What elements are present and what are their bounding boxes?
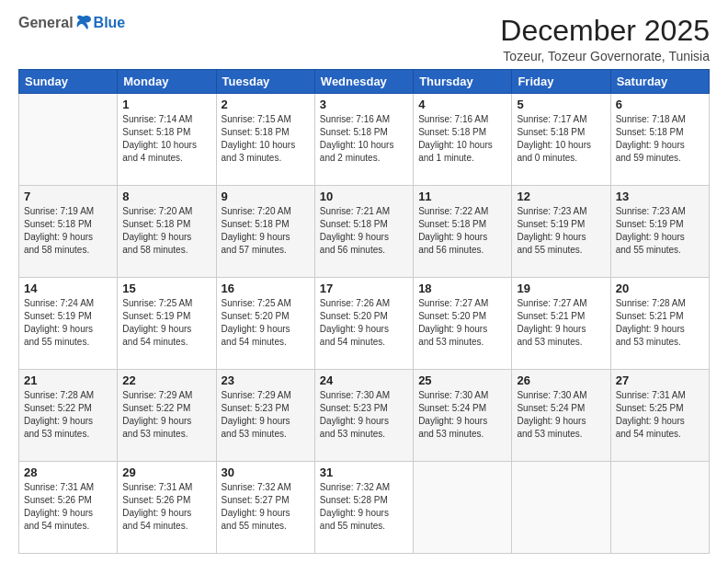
day-info: Sunrise: 7:30 AM Sunset: 5:23 PM Dayligh…	[320, 389, 408, 441]
col-thursday: Thursday	[414, 70, 512, 94]
table-row	[512, 462, 610, 554]
day-info: Sunrise: 7:32 AM Sunset: 5:27 PM Dayligh…	[222, 481, 310, 533]
table-row: 30Sunrise: 7:32 AM Sunset: 5:27 PM Dayli…	[216, 462, 314, 554]
table-row: 24Sunrise: 7:30 AM Sunset: 5:23 PM Dayli…	[314, 370, 413, 462]
col-friday: Friday	[512, 70, 610, 94]
table-row: 19Sunrise: 7:27 AM Sunset: 5:21 PM Dayli…	[512, 278, 610, 370]
table-row: 21Sunrise: 7:28 AM Sunset: 5:22 PM Dayli…	[19, 370, 118, 462]
day-info: Sunrise: 7:20 AM Sunset: 5:18 PM Dayligh…	[122, 205, 210, 257]
header: General Blue December 2025 Tozeur, Tozeu…	[18, 15, 710, 63]
table-row: 28Sunrise: 7:31 AM Sunset: 5:26 PM Dayli…	[19, 462, 118, 554]
table-row: 3Sunrise: 7:16 AM Sunset: 5:18 PM Daylig…	[314, 94, 413, 186]
col-tuesday: Tuesday	[216, 70, 314, 94]
day-info: Sunrise: 7:25 AM Sunset: 5:20 PM Dayligh…	[222, 297, 310, 349]
table-row: 6Sunrise: 7:18 AM Sunset: 5:18 PM Daylig…	[610, 94, 709, 186]
day-number: 19	[517, 282, 605, 295]
day-info: Sunrise: 7:17 AM Sunset: 5:18 PM Dayligh…	[517, 113, 605, 165]
day-info: Sunrise: 7:25 AM Sunset: 5:19 PM Dayligh…	[122, 297, 210, 349]
table-row: 12Sunrise: 7:23 AM Sunset: 5:19 PM Dayli…	[512, 186, 610, 278]
day-number: 10	[320, 190, 408, 203]
logo-bird-icon	[74, 15, 93, 31]
day-info: Sunrise: 7:31 AM Sunset: 5:26 PM Dayligh…	[24, 481, 112, 533]
day-number: 24	[320, 373, 408, 387]
table-row: 11Sunrise: 7:22 AM Sunset: 5:18 PM Dayli…	[414, 186, 512, 278]
calendar-week-row: 7Sunrise: 7:19 AM Sunset: 5:18 PM Daylig…	[19, 186, 710, 278]
subtitle: Tozeur, Tozeur Governorate, Tunisia	[500, 49, 710, 63]
day-info: Sunrise: 7:27 AM Sunset: 5:20 PM Dayligh…	[418, 297, 506, 349]
table-row: 9Sunrise: 7:20 AM Sunset: 5:18 PM Daylig…	[216, 186, 314, 278]
day-number: 1	[122, 98, 210, 111]
day-number: 17	[320, 282, 408, 295]
day-number: 30	[222, 465, 310, 479]
table-row: 31Sunrise: 7:32 AM Sunset: 5:28 PM Dayli…	[314, 462, 413, 554]
table-row: 18Sunrise: 7:27 AM Sunset: 5:20 PM Dayli…	[414, 278, 512, 370]
day-info: Sunrise: 7:21 AM Sunset: 5:18 PM Dayligh…	[320, 205, 408, 257]
day-info: Sunrise: 7:22 AM Sunset: 5:18 PM Dayligh…	[418, 205, 506, 257]
table-row: 1Sunrise: 7:14 AM Sunset: 5:18 PM Daylig…	[118, 94, 216, 186]
day-number: 9	[222, 190, 310, 203]
col-sunday: Sunday	[19, 70, 118, 94]
day-number: 28	[24, 465, 112, 479]
day-number: 2	[222, 98, 310, 111]
day-number: 12	[517, 190, 605, 203]
table-row: 16Sunrise: 7:25 AM Sunset: 5:20 PM Dayli…	[216, 278, 314, 370]
day-info: Sunrise: 7:30 AM Sunset: 5:24 PM Dayligh…	[517, 389, 605, 441]
calendar-table: Sunday Monday Tuesday Wednesday Thursday…	[18, 69, 710, 554]
day-number: 15	[122, 282, 210, 295]
col-monday: Monday	[118, 70, 216, 94]
table-row: 25Sunrise: 7:30 AM Sunset: 5:24 PM Dayli…	[414, 370, 512, 462]
col-saturday: Saturday	[610, 70, 709, 94]
day-number: 21	[24, 373, 112, 387]
calendar-week-row: 1Sunrise: 7:14 AM Sunset: 5:18 PM Daylig…	[19, 94, 710, 186]
day-info: Sunrise: 7:23 AM Sunset: 5:19 PM Dayligh…	[517, 205, 605, 257]
day-info: Sunrise: 7:30 AM Sunset: 5:24 PM Dayligh…	[418, 389, 506, 441]
table-row: 17Sunrise: 7:26 AM Sunset: 5:20 PM Dayli…	[314, 278, 413, 370]
day-number: 7	[24, 190, 112, 203]
day-info: Sunrise: 7:15 AM Sunset: 5:18 PM Dayligh…	[222, 113, 310, 165]
table-row: 14Sunrise: 7:24 AM Sunset: 5:19 PM Dayli…	[19, 278, 118, 370]
table-row: 22Sunrise: 7:29 AM Sunset: 5:22 PM Dayli…	[118, 370, 216, 462]
table-row: 4Sunrise: 7:16 AM Sunset: 5:18 PM Daylig…	[414, 94, 512, 186]
day-number: 13	[616, 190, 704, 203]
day-number: 25	[418, 373, 506, 387]
table-row: 8Sunrise: 7:20 AM Sunset: 5:18 PM Daylig…	[118, 186, 216, 278]
day-number: 4	[418, 98, 506, 111]
day-number: 3	[320, 98, 408, 111]
logo-general-text: General	[18, 15, 74, 31]
day-info: Sunrise: 7:14 AM Sunset: 5:18 PM Dayligh…	[122, 113, 210, 165]
day-number: 11	[418, 190, 506, 203]
logo: General Blue	[18, 15, 125, 31]
day-info: Sunrise: 7:19 AM Sunset: 5:18 PM Dayligh…	[24, 205, 112, 257]
table-row: 20Sunrise: 7:28 AM Sunset: 5:21 PM Dayli…	[610, 278, 709, 370]
day-info: Sunrise: 7:31 AM Sunset: 5:25 PM Dayligh…	[616, 389, 704, 441]
table-row: 5Sunrise: 7:17 AM Sunset: 5:18 PM Daylig…	[512, 94, 610, 186]
day-info: Sunrise: 7:26 AM Sunset: 5:20 PM Dayligh…	[320, 297, 408, 349]
table-row	[19, 94, 118, 186]
calendar-week-row: 21Sunrise: 7:28 AM Sunset: 5:22 PM Dayli…	[19, 370, 710, 462]
table-row: 29Sunrise: 7:31 AM Sunset: 5:26 PM Dayli…	[118, 462, 216, 554]
col-wednesday: Wednesday	[314, 70, 413, 94]
calendar-week-row: 14Sunrise: 7:24 AM Sunset: 5:19 PM Dayli…	[19, 278, 710, 370]
day-number: 16	[222, 282, 310, 295]
calendar-week-row: 28Sunrise: 7:31 AM Sunset: 5:26 PM Dayli…	[19, 462, 710, 554]
day-info: Sunrise: 7:18 AM Sunset: 5:18 PM Dayligh…	[616, 113, 704, 165]
table-row: 27Sunrise: 7:31 AM Sunset: 5:25 PM Dayli…	[610, 370, 709, 462]
day-number: 6	[616, 98, 704, 111]
table-row	[610, 462, 709, 554]
day-number: 5	[517, 98, 605, 111]
day-number: 8	[122, 190, 210, 203]
main-title: December 2025	[500, 15, 710, 47]
day-number: 29	[122, 465, 210, 479]
logo-blue-text: Blue	[94, 15, 126, 31]
day-info: Sunrise: 7:28 AM Sunset: 5:22 PM Dayligh…	[24, 389, 112, 441]
day-number: 27	[616, 373, 704, 387]
page: General Blue December 2025 Tozeur, Tozeu…	[0, 0, 728, 563]
day-number: 14	[24, 282, 112, 295]
day-info: Sunrise: 7:23 AM Sunset: 5:19 PM Dayligh…	[616, 205, 704, 257]
day-number: 31	[320, 465, 408, 479]
day-number: 20	[616, 282, 704, 295]
day-info: Sunrise: 7:31 AM Sunset: 5:26 PM Dayligh…	[122, 481, 210, 533]
table-row: 23Sunrise: 7:29 AM Sunset: 5:23 PM Dayli…	[216, 370, 314, 462]
day-info: Sunrise: 7:32 AM Sunset: 5:28 PM Dayligh…	[320, 481, 408, 533]
table-row	[414, 462, 512, 554]
